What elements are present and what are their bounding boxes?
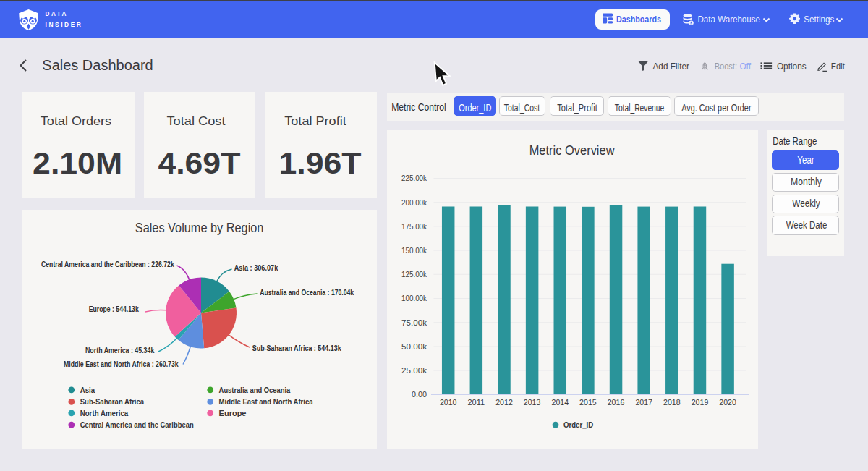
svg-text:Total_Profit: Total_Profit — [557, 102, 597, 114]
svg-text:Boost:: Boost: — [715, 61, 737, 72]
svg-text:2010: 2010 — [440, 398, 457, 407]
svg-text:2012: 2012 — [495, 398, 513, 407]
svg-text:50.00k: 50.00k — [401, 342, 427, 351]
svg-text:DATA: DATA — [46, 9, 69, 17]
svg-text:Year: Year — [797, 154, 814, 166]
svg-text:2013: 2013 — [524, 398, 541, 407]
svg-text:Central America and the Caribb: Central America and the Caribbean : 226.… — [41, 260, 174, 268]
svg-text:Total Cost: Total Cost — [167, 114, 226, 127]
svg-text:Weekly: Weekly — [792, 198, 820, 209]
svg-text:Settings: Settings — [804, 14, 834, 25]
svg-text:125.00k: 125.00k — [401, 270, 427, 279]
svg-text:100.00k: 100.00k — [401, 294, 427, 302]
svg-text:Europe: Europe — [219, 409, 247, 417]
svg-text:Europe : 544.13k: Europe : 544.13k — [89, 305, 139, 313]
svg-text:North America : 45.34k: North America : 45.34k — [85, 346, 154, 355]
svg-text:Sales Dashboard: Sales Dashboard — [42, 57, 153, 73]
svg-text:Date Range: Date Range — [773, 135, 817, 147]
svg-text:2011: 2011 — [468, 398, 485, 407]
svg-text:Total_Revenue: Total_Revenue — [615, 102, 665, 114]
svg-text:Off: Off — [740, 61, 752, 72]
svg-text:Sub-Saharan Africa : 544.13k: Sub-Saharan Africa : 544.13k — [252, 344, 341, 352]
svg-text:North America: North America — [80, 409, 129, 417]
svg-text:175.00k: 175.00k — [401, 222, 427, 231]
svg-text:2018: 2018 — [663, 398, 681, 407]
svg-text:2014: 2014 — [552, 398, 569, 407]
svg-text:Central America and the Caribb: Central America and the Caribbean — [80, 420, 194, 429]
svg-text:2017: 2017 — [635, 398, 652, 407]
svg-text:Asia : 306.07k: Asia : 306.07k — [234, 263, 278, 272]
svg-text:Options: Options — [777, 61, 807, 72]
svg-text:Order_ID: Order_ID — [459, 102, 491, 114]
svg-text:2015: 2015 — [579, 398, 597, 407]
svg-text:Data Warehouse: Data Warehouse — [698, 14, 761, 25]
svg-text:Australia and Oceania : 170.04: Australia and Oceania : 170.04k — [260, 288, 354, 297]
svg-text:0.00: 0.00 — [412, 390, 427, 399]
svg-text:INSIDER: INSIDER — [46, 20, 83, 28]
svg-text:1.96T: 1.96T — [279, 146, 362, 180]
svg-text:Order_ID: Order_ID — [563, 420, 593, 429]
svg-text:Monthly: Monthly — [791, 176, 822, 187]
svg-text:225.00k: 225.00k — [401, 174, 427, 182]
svg-text:Metric Control: Metric Control — [391, 101, 446, 113]
svg-text:Australia and Oceania: Australia and Oceania — [219, 386, 292, 394]
svg-text:25.00k: 25.00k — [401, 366, 427, 375]
svg-text:Edit: Edit — [831, 61, 845, 72]
svg-text:75.00k: 75.00k — [401, 318, 427, 327]
svg-text:Sales Volume by Region: Sales Volume by Region — [135, 221, 264, 235]
svg-text:2.10M: 2.10M — [33, 146, 122, 180]
svg-text:Middle East and North Africa: Middle East and North Africa — [219, 397, 314, 406]
svg-text:4.69T: 4.69T — [158, 146, 240, 180]
svg-text:Metric Overview: Metric Overview — [529, 143, 616, 158]
svg-text:Total Profit: Total Profit — [284, 114, 346, 127]
svg-text:150.00k: 150.00k — [401, 246, 427, 255]
svg-text:Total Orders: Total Orders — [41, 114, 111, 127]
svg-text:Dashboards: Dashboards — [616, 14, 661, 25]
svg-text:Sub-Saharan Africa: Sub-Saharan Africa — [80, 397, 145, 406]
svg-text:Middle East and North Africa :: Middle East and North Africa : 260.73k — [64, 360, 179, 368]
svg-text:2019: 2019 — [692, 398, 709, 407]
svg-text:200.00k: 200.00k — [401, 198, 427, 207]
svg-text:Add Filter: Add Filter — [653, 61, 690, 72]
svg-text:Week Date: Week Date — [786, 219, 827, 231]
svg-text:2016: 2016 — [608, 398, 625, 407]
svg-text:Total_Cost: Total_Cost — [504, 102, 540, 114]
svg-text:Asia: Asia — [80, 386, 95, 394]
svg-text:2020: 2020 — [719, 398, 736, 407]
svg-text:Avg. Cost per Order: Avg. Cost per Order — [681, 102, 751, 114]
